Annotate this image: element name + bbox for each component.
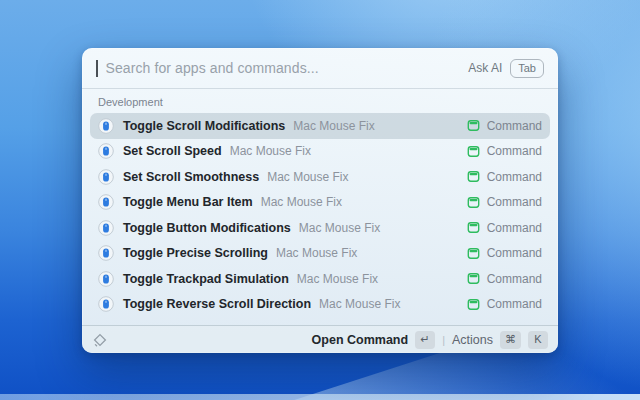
section-header-development: Development (90, 89, 550, 113)
command-title: Toggle Precise Scrolling (123, 246, 268, 260)
mac-mouse-fix-app-icon (98, 118, 114, 134)
command-type-icon (467, 170, 480, 183)
tab-key-badge[interactable]: Tab (510, 59, 544, 78)
command-title: Set Scroll Smoothness (123, 170, 259, 184)
command-title: Toggle Trackpad Simulation (123, 272, 289, 286)
command-subtitle: Mac Mouse Fix (319, 297, 400, 311)
desktop-wallpaper: Search for apps and commands... Ask AI T… (0, 0, 640, 400)
command-type-icon (467, 247, 480, 260)
list-item[interactable]: Toggle Precise Scrolling Mac Mouse Fix C… (90, 241, 550, 267)
command-type-label: Command (487, 170, 542, 184)
command-accessory: Command (467, 297, 542, 311)
mac-mouse-fix-app-icon (98, 143, 114, 159)
mac-mouse-fix-app-icon (98, 296, 114, 312)
section-header-favorites: Favorites (90, 317, 550, 325)
command-type-icon (467, 196, 480, 209)
command-title: Toggle Button Modifications (123, 221, 291, 235)
command-type-icon (467, 272, 480, 285)
mac-mouse-fix-app-icon (98, 194, 114, 210)
cmd-key-badge: ⌘ (500, 331, 521, 349)
command-subtitle: Mac Mouse Fix (276, 246, 357, 260)
command-title: Toggle Menu Bar Item (123, 195, 253, 209)
command-title: Toggle Scroll Modifications (123, 119, 285, 133)
command-accessory: Command (467, 144, 542, 158)
command-title: Set Scroll Speed (123, 144, 222, 158)
command-title: Toggle Reverse Scroll Direction (123, 297, 311, 311)
command-type-label: Command (487, 221, 542, 235)
mac-mouse-fix-app-icon (98, 271, 114, 287)
mac-mouse-fix-app-icon (98, 220, 114, 236)
command-accessory: Command (467, 272, 542, 286)
ask-ai-label: Ask AI (468, 61, 502, 75)
command-accessory: Command (467, 170, 542, 184)
command-list: Development Toggle Scroll Modifications … (82, 89, 558, 325)
command-type-label: Command (487, 119, 542, 133)
command-type-label: Command (487, 144, 542, 158)
open-command-button[interactable]: Open Command ↵ (312, 331, 436, 349)
mac-mouse-fix-app-icon (98, 245, 114, 261)
command-type-label: Command (487, 272, 542, 286)
list-item[interactable]: Toggle Trackpad Simulation Mac Mouse Fix… (90, 266, 550, 292)
footer-divider: | (442, 334, 445, 346)
mac-mouse-fix-app-icon (98, 169, 114, 185)
actions-button[interactable]: Actions ⌘ K (452, 331, 548, 349)
command-subtitle: Mac Mouse Fix (230, 144, 311, 158)
command-subtitle: Mac Mouse Fix (261, 195, 342, 209)
list-item[interactable]: Toggle Reverse Scroll Direction Mac Mous… (90, 292, 550, 318)
command-accessory: Command (467, 119, 542, 133)
search-input[interactable]: Search for apps and commands... (106, 60, 461, 76)
list-item[interactable]: Toggle Menu Bar Item Mac Mouse Fix Comma… (90, 190, 550, 216)
list-item[interactable]: Toggle Button Modifications Mac Mouse Fi… (90, 215, 550, 241)
raycast-logo-icon (92, 332, 108, 348)
command-type-label: Command (487, 246, 542, 260)
list-item[interactable]: Set Scroll Speed Mac Mouse Fix Command (90, 139, 550, 165)
command-accessory: Command (467, 221, 542, 235)
command-accessory: Command (467, 195, 542, 209)
command-type-label: Command (487, 195, 542, 209)
list-item[interactable]: Set Scroll Smoothness Mac Mouse Fix Comm… (90, 164, 550, 190)
command-type-icon (467, 119, 480, 132)
command-type-icon (467, 221, 480, 234)
command-type-icon (467, 145, 480, 158)
command-type-icon (467, 298, 480, 311)
section-rows: Toggle Scroll Modifications Mac Mouse Fi… (90, 113, 550, 317)
open-command-label: Open Command (312, 333, 409, 347)
return-key-badge: ↵ (415, 331, 435, 349)
command-subtitle: Mac Mouse Fix (267, 170, 348, 184)
command-type-label: Command (487, 297, 542, 311)
search-bar[interactable]: Search for apps and commands... Ask AI T… (82, 48, 558, 89)
wallpaper-bottom-strip (0, 394, 640, 400)
command-subtitle: Mac Mouse Fix (293, 119, 374, 133)
footer-bar: Open Command ↵ | Actions ⌘ K (82, 325, 558, 353)
actions-label: Actions (452, 333, 493, 347)
command-subtitle: Mac Mouse Fix (297, 272, 378, 286)
list-item[interactable]: Toggle Scroll Modifications Mac Mouse Fi… (90, 113, 550, 139)
text-caret (96, 60, 98, 77)
k-key-badge: K (528, 331, 548, 349)
command-accessory: Command (467, 246, 542, 260)
launcher-window: Search for apps and commands... Ask AI T… (82, 48, 558, 353)
command-subtitle: Mac Mouse Fix (299, 221, 380, 235)
